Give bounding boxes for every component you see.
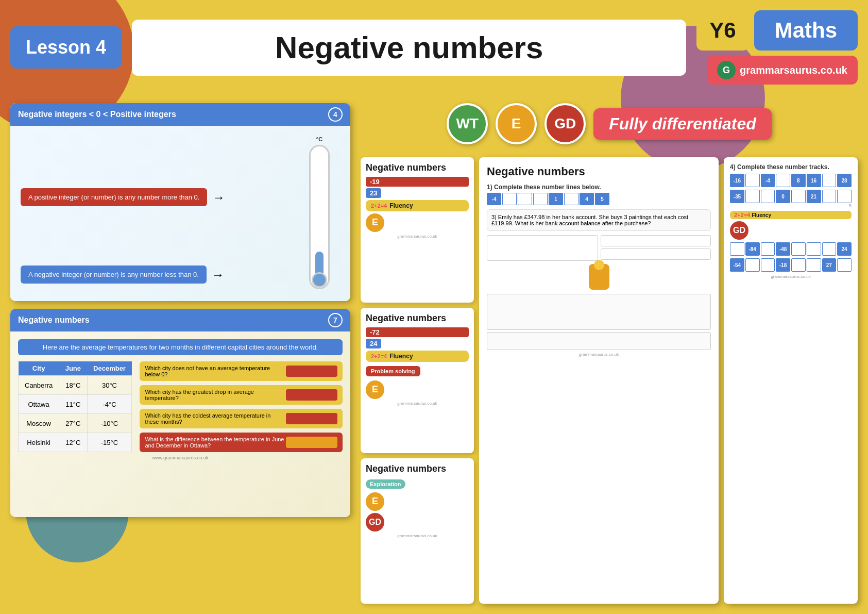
col-dec: December bbox=[87, 361, 132, 376]
fluency-formula-1: 2+2=4 bbox=[734, 212, 750, 218]
slide-2: Negative numbers 7 Here are the average … bbox=[10, 309, 350, 517]
character-illustration bbox=[589, 264, 609, 290]
tc-3-4: -48 bbox=[776, 242, 790, 256]
complete-tracks-title: 4) Complete these number tracks. bbox=[730, 163, 852, 171]
table-row: Canberra 18°C 30°C bbox=[19, 376, 132, 395]
june-4: 12°C bbox=[59, 433, 87, 452]
ws2-num1: -72 bbox=[366, 327, 469, 337]
question-2-text: Which city has the greatest drop in aver… bbox=[145, 389, 286, 401]
worksheets-area: Negative numbers -19 23 2+2=4 Fluency E … bbox=[361, 157, 858, 604]
large-answer-box bbox=[487, 294, 711, 330]
slide-1-text-area: A positive integer (or number) is any nu… bbox=[21, 136, 288, 291]
ws3-title: Negative numbers bbox=[366, 463, 469, 475]
right-panel: WT E GD Fully differentiated Negative nu… bbox=[361, 103, 858, 604]
fluency-label-1: 2+2=4 Fluency bbox=[730, 211, 852, 219]
emily-answer-box-3 bbox=[601, 248, 711, 260]
tc-3-5 bbox=[791, 242, 806, 256]
fluency-text-1: Fluency bbox=[752, 212, 771, 218]
main-content: Negative integers < 0 < Positive integer… bbox=[10, 103, 858, 604]
tc-4-6 bbox=[807, 258, 821, 272]
city-1: Canberra bbox=[19, 376, 59, 395]
header: Lesson 4 Negative numbers Y6 Maths G gra… bbox=[10, 10, 858, 85]
tc-3-6 bbox=[807, 242, 821, 256]
track-row-3: -84 -48 24 bbox=[730, 242, 852, 256]
ws2-ps-badge: Problem solving bbox=[366, 366, 420, 376]
tc-3-2: -84 bbox=[745, 242, 760, 256]
right-ws-gd-badge: GD bbox=[730, 221, 748, 240]
june-1: 18°C bbox=[59, 376, 87, 395]
tc-4-7: 27 bbox=[822, 258, 837, 272]
tc-4-3 bbox=[761, 258, 775, 272]
ws3-gd-badge: GD bbox=[366, 513, 384, 532]
title-box: Negative numbers bbox=[132, 20, 686, 76]
tc-3-7 bbox=[822, 242, 837, 256]
ws2-e-badge: E bbox=[366, 380, 384, 399]
slide-1-title: Negative integers < 0 < Positive integer… bbox=[18, 110, 176, 119]
track-row-2: -35 0 21 5 bbox=[730, 190, 852, 208]
answer-3-box bbox=[286, 413, 337, 424]
col-june: June bbox=[59, 361, 87, 376]
ws2-title: Negative numbers bbox=[366, 313, 469, 324]
tc-2-6: 21 bbox=[807, 190, 821, 203]
answer-4-box bbox=[286, 437, 337, 448]
emily-problem-box: 3) Emily has £347.98 in her bank account… bbox=[487, 209, 711, 231]
question-4-text: What is the difference between the tempe… bbox=[145, 436, 286, 449]
temperature-table: City June December Canberra 18°C 30°C bbox=[18, 361, 132, 452]
table-row: Moscow 27°C -10°C bbox=[19, 414, 132, 433]
tc-4-1: -54 bbox=[730, 258, 744, 272]
tc-3-8: 24 bbox=[837, 242, 852, 256]
table-row: Helsinki 12°C -15°C bbox=[19, 433, 132, 452]
ws1-watermark: grammarsaurus.co.uk bbox=[366, 234, 469, 239]
character-head bbox=[594, 260, 604, 270]
ws2-num2: 24 bbox=[366, 339, 381, 349]
year-maths-row: Y6 Maths bbox=[696, 10, 858, 51]
nl-cell-2 bbox=[502, 193, 517, 205]
tc-2-4: 0 bbox=[776, 190, 790, 203]
tc-2-2 bbox=[745, 190, 760, 203]
ws1-fluency-label: Fluency bbox=[389, 202, 413, 209]
track-2-aside: 5 bbox=[730, 203, 852, 208]
slide-1-header: Negative integers < 0 < Positive integer… bbox=[10, 103, 350, 126]
tc-1-7 bbox=[822, 174, 837, 187]
nl-cell-7: 4 bbox=[580, 193, 594, 205]
nl-cell-4 bbox=[533, 193, 548, 205]
question-3-text: Which city has the coldest average tempe… bbox=[145, 412, 286, 425]
right-worksheet-panel: 4) Complete these number tracks. -16 -4 … bbox=[724, 157, 858, 604]
ws1-num1: -19 bbox=[366, 177, 469, 187]
site-label: grammarsaurus.co.uk bbox=[740, 64, 847, 76]
slide-1-number: 4 bbox=[328, 107, 343, 122]
tc-1-8: 28 bbox=[837, 174, 852, 187]
nl-cell-5: 1 bbox=[549, 193, 563, 205]
ws1-title: Negative numbers bbox=[366, 162, 469, 174]
grammarsaurus-icon: G bbox=[717, 61, 736, 79]
section-1-label: 1) Complete these number lines below. bbox=[487, 184, 711, 191]
tc-3-1 bbox=[730, 242, 744, 256]
negative-integer-box: A negative integer (or number) is any nu… bbox=[21, 265, 207, 284]
wt-badge: WT bbox=[447, 103, 488, 144]
tc-3-3 bbox=[761, 242, 775, 256]
ws-left-column: Negative numbers -19 23 2+2=4 Fluency E … bbox=[361, 157, 474, 604]
dec-2: -4°C bbox=[87, 395, 132, 414]
ws1-formula: 2+2=4 bbox=[371, 203, 387, 209]
ws1-fluency-badge: 2+2=4 Fluency bbox=[366, 200, 469, 211]
ws3-exploration-badge: Exploration bbox=[366, 479, 405, 489]
tc-2-1: -35 bbox=[730, 190, 744, 203]
emily-answer-box-2 bbox=[601, 235, 711, 246]
slide-1: Negative integers < 0 < Positive integer… bbox=[10, 103, 350, 301]
ws1-e-badge: E bbox=[366, 213, 384, 232]
fully-differentiated-label: Fully differentiated bbox=[593, 108, 772, 140]
dec-1: 30°C bbox=[87, 376, 132, 395]
positive-integer-box: A positive integer (or number) is any nu… bbox=[21, 188, 207, 206]
answer-1-box bbox=[286, 366, 337, 377]
emily-answer-box-1 bbox=[487, 235, 598, 261]
track-row-1: -16 -4 8 16 28 bbox=[730, 174, 852, 187]
therm-label: °C bbox=[316, 136, 322, 142]
slide-2-intro: Here are the average temperatures for tw… bbox=[18, 339, 343, 355]
track-2-cells: -35 0 21 bbox=[730, 190, 852, 203]
tc-4-2 bbox=[745, 258, 760, 272]
thermometer-area: °C bbox=[299, 136, 340, 291]
worksheet-1: Negative numbers -19 23 2+2=4 Fluency E … bbox=[361, 157, 474, 303]
ps-character-area bbox=[487, 264, 711, 291]
answer-2-box bbox=[286, 389, 337, 401]
table-row: Ottawa 11°C -4°C bbox=[19, 395, 132, 414]
